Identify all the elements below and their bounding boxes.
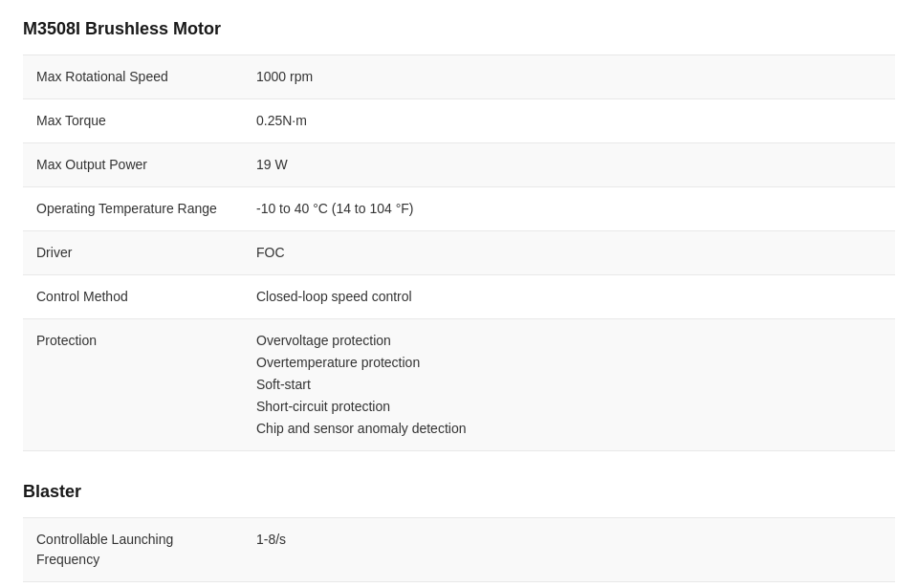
table-row: ProtectionOvervoltage protectionOvertemp… [23,319,895,451]
spec-label: Controllable Launching Frequency [23,518,243,582]
spec-value: -10 to 40 °C (14 to 104 °F) [243,187,895,231]
spec-label: Driver [23,231,243,275]
spec-label: Max Rotational Speed [23,55,243,99]
spec-label: Protection [23,319,243,451]
spec-value: Closed-loop speed control [243,275,895,319]
motor-specs-table: Max Rotational Speed1000 rpmMax Torque0.… [23,54,895,451]
spec-value: 0.25N·m [243,99,895,143]
spec-value-line: Short-circuit protection [256,397,882,417]
table-row: Max Torque0.25N·m [23,99,895,143]
spec-value: Overvoltage protectionOvertemperature pr… [243,319,895,451]
spec-value: 10/s [243,582,895,589]
spec-value: 19 W [243,143,895,187]
spec-value-line: Soft-start [256,375,882,395]
spec-value: 1000 rpm [243,55,895,99]
spec-value-line: Chip and sensor anomaly detection [256,419,882,439]
spec-label: Control Method [23,275,243,319]
table-row: DriverFOC [23,231,895,275]
spec-value-line: Overtemperature protection [256,353,882,373]
table-row: Operating Temperature Range-10 to 40 °C … [23,187,895,231]
table-row: Max Output Power19 W [23,143,895,187]
spec-value-line: Overvoltage protection [256,331,882,351]
spec-label: Max Output Power [23,143,243,187]
table-row: Controllable Launching Frequency1-8/s [23,518,895,582]
table-row: Max Launching Frequency10/s [23,582,895,589]
blaster-section: Blaster Controllable Launching Frequency… [23,482,895,588]
blaster-specs-table: Controllable Launching Frequency1-8/sMax… [23,517,895,588]
motor-section-title: M3508I Brushless Motor [23,19,895,39]
spec-label: Max Launching Frequency [23,582,243,589]
spec-label: Operating Temperature Range [23,187,243,231]
spec-value: FOC [243,231,895,275]
blaster-section-title: Blaster [23,482,895,502]
spec-value: 1-8/s [243,518,895,582]
spec-label: Max Torque [23,99,243,143]
table-row: Control MethodClosed-loop speed control [23,275,895,319]
motor-section: M3508I Brushless Motor Max Rotational Sp… [23,19,895,451]
table-row: Max Rotational Speed1000 rpm [23,55,895,99]
